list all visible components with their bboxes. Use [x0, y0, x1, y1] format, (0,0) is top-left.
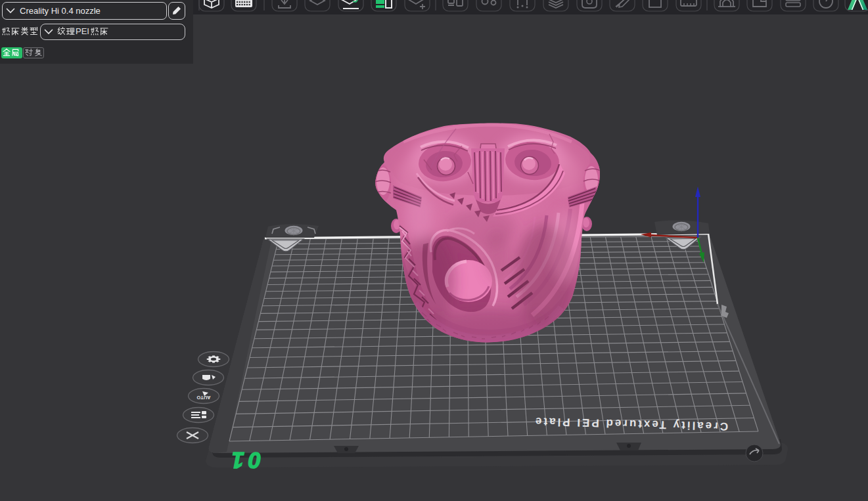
svg-text:AUTO: AUTO: [196, 395, 210, 401]
svg-text:01: 01: [228, 448, 262, 473]
